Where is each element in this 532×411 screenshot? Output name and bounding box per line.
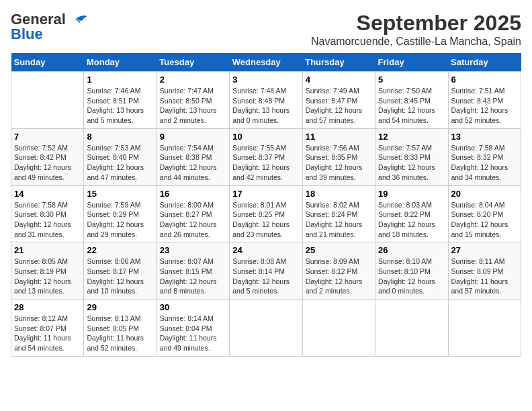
day-info: Sunrise: 7:46 AM Sunset: 8:51 PM Dayligh… (87, 87, 144, 124)
day-info: Sunrise: 8:04 AM Sunset: 8:20 PM Dayligh… (451, 201, 508, 238)
calendar-cell: 13Sunrise: 7:58 AM Sunset: 8:32 PM Dayli… (448, 128, 521, 185)
day-number: 18 (306, 189, 372, 199)
logo-text-blue: Blue (11, 26, 43, 43)
day-number: 22 (87, 245, 153, 255)
day-number: 7 (14, 132, 81, 142)
calendar-cell: 16Sunrise: 8:00 AM Sunset: 8:27 PM Dayli… (157, 185, 229, 242)
day-number: 14 (14, 189, 81, 199)
calendar-cell (230, 300, 302, 357)
week-row-1: 1Sunrise: 7:46 AM Sunset: 8:51 PM Daylig… (11, 72, 521, 129)
day-info: Sunrise: 8:00 AM Sunset: 8:27 PM Dayligh… (160, 201, 217, 238)
calendar-cell: 30Sunrise: 8:14 AM Sunset: 8:04 PM Dayli… (157, 300, 229, 357)
day-info: Sunrise: 8:02 AM Sunset: 8:24 PM Dayligh… (306, 201, 363, 238)
calendar-title: September 2025 (311, 11, 521, 36)
day-info: Sunrise: 7:51 AM Sunset: 8:43 PM Dayligh… (451, 87, 508, 124)
day-info: Sunrise: 7:48 AM Sunset: 8:48 PM Dayligh… (232, 87, 290, 124)
calendar-cell: 26Sunrise: 8:10 AM Sunset: 8:10 PM Dayli… (375, 242, 448, 300)
col-header-saturday: Saturday (448, 53, 521, 72)
calendar-cell: 19Sunrise: 8:03 AM Sunset: 8:22 PM Dayli… (375, 185, 448, 242)
week-row-4: 21Sunrise: 8:05 AM Sunset: 8:19 PM Dayli… (11, 242, 521, 300)
calendar-cell: 1Sunrise: 7:46 AM Sunset: 8:51 PM Daylig… (84, 72, 157, 129)
week-row-5: 28Sunrise: 8:12 AM Sunset: 8:07 PM Dayli… (11, 300, 521, 357)
day-info: Sunrise: 8:09 AM Sunset: 8:12 PM Dayligh… (306, 257, 363, 295)
calendar-cell (11, 72, 84, 129)
calendar-cell: 3Sunrise: 7:48 AM Sunset: 8:48 PM Daylig… (230, 72, 302, 129)
calendar-cell: 7Sunrise: 7:52 AM Sunset: 8:42 PM Daylig… (11, 128, 84, 185)
day-info: Sunrise: 7:50 AM Sunset: 8:45 PM Dayligh… (378, 87, 435, 124)
calendar-cell (302, 300, 375, 357)
day-info: Sunrise: 8:05 AM Sunset: 8:19 PM Dayligh… (14, 257, 71, 295)
calendar-cell: 25Sunrise: 8:09 AM Sunset: 8:12 PM Dayli… (302, 242, 375, 300)
calendar-cell: 14Sunrise: 7:58 AM Sunset: 8:30 PM Dayli… (11, 185, 84, 242)
day-info: Sunrise: 7:57 AM Sunset: 8:33 PM Dayligh… (378, 144, 435, 181)
day-info: Sunrise: 7:59 AM Sunset: 8:29 PM Dayligh… (87, 201, 144, 238)
day-number: 2 (160, 75, 226, 85)
day-info: Sunrise: 8:12 AM Sunset: 8:07 PM Dayligh… (14, 314, 71, 352)
col-header-sunday: Sunday (11, 53, 84, 72)
day-info: Sunrise: 7:54 AM Sunset: 8:38 PM Dayligh… (160, 144, 217, 181)
day-info: Sunrise: 8:07 AM Sunset: 8:15 PM Dayligh… (160, 257, 217, 295)
day-info: Sunrise: 7:58 AM Sunset: 8:32 PM Dayligh… (451, 144, 508, 181)
day-number: 13 (451, 132, 518, 142)
page-header: General Blue September 2025 Navamorcuend… (11, 11, 521, 48)
calendar-cell: 2Sunrise: 7:47 AM Sunset: 8:50 PM Daylig… (157, 72, 229, 129)
day-number: 27 (451, 245, 518, 255)
day-number: 30 (160, 302, 226, 312)
calendar-cell: 10Sunrise: 7:55 AM Sunset: 8:37 PM Dayli… (230, 128, 302, 185)
col-header-monday: Monday (84, 53, 157, 72)
logo: General Blue (11, 11, 89, 43)
col-header-thursday: Thursday (302, 53, 375, 72)
day-info: Sunrise: 8:08 AM Sunset: 8:14 PM Dayligh… (232, 257, 290, 295)
day-number: 28 (14, 302, 81, 312)
day-info: Sunrise: 7:58 AM Sunset: 8:30 PM Dayligh… (14, 201, 71, 238)
day-info: Sunrise: 7:49 AM Sunset: 8:47 PM Dayligh… (306, 87, 363, 124)
week-row-2: 7Sunrise: 7:52 AM Sunset: 8:42 PM Daylig… (11, 128, 521, 185)
col-header-friday: Friday (375, 53, 448, 72)
day-info: Sunrise: 8:10 AM Sunset: 8:10 PM Dayligh… (378, 257, 435, 295)
calendar-subtitle: Navamorcuende, Castille-La Mancha, Spain (311, 36, 521, 48)
day-info: Sunrise: 7:56 AM Sunset: 8:35 PM Dayligh… (306, 144, 363, 181)
calendar-cell (448, 300, 521, 357)
calendar-cell: 29Sunrise: 8:13 AM Sunset: 8:05 PM Dayli… (84, 300, 157, 357)
day-info: Sunrise: 8:14 AM Sunset: 8:04 PM Dayligh… (160, 314, 217, 352)
day-number: 15 (87, 189, 153, 199)
calendar-cell: 28Sunrise: 8:12 AM Sunset: 8:07 PM Dayli… (11, 300, 84, 357)
calendar-cell: 11Sunrise: 7:56 AM Sunset: 8:35 PM Dayli… (302, 128, 375, 185)
week-row-3: 14Sunrise: 7:58 AM Sunset: 8:30 PM Dayli… (11, 185, 521, 242)
calendar-cell: 9Sunrise: 7:54 AM Sunset: 8:38 PM Daylig… (157, 128, 229, 185)
calendar-cell: 20Sunrise: 8:04 AM Sunset: 8:20 PM Dayli… (448, 185, 521, 242)
calendar-cell (375, 300, 448, 357)
day-info: Sunrise: 7:52 AM Sunset: 8:42 PM Dayligh… (14, 144, 71, 181)
day-info: Sunrise: 8:01 AM Sunset: 8:25 PM Dayligh… (232, 201, 290, 238)
day-number: 9 (160, 132, 226, 142)
day-number: 4 (306, 75, 372, 85)
day-number: 12 (378, 132, 445, 142)
calendar-cell: 22Sunrise: 8:06 AM Sunset: 8:17 PM Dayli… (84, 242, 157, 300)
day-info: Sunrise: 8:06 AM Sunset: 8:17 PM Dayligh… (87, 257, 144, 295)
calendar-cell: 4Sunrise: 7:49 AM Sunset: 8:47 PM Daylig… (302, 72, 375, 129)
logo-bird-icon (69, 13, 89, 26)
day-number: 5 (378, 75, 445, 85)
day-number: 17 (232, 189, 299, 199)
day-number: 11 (306, 132, 372, 142)
day-number: 1 (87, 75, 153, 85)
calendar-cell: 27Sunrise: 8:11 AM Sunset: 8:09 PM Dayli… (448, 242, 521, 300)
day-number: 25 (306, 245, 372, 255)
calendar-cell: 23Sunrise: 8:07 AM Sunset: 8:15 PM Dayli… (157, 242, 229, 300)
col-header-tuesday: Tuesday (157, 53, 229, 72)
calendar-cell: 24Sunrise: 8:08 AM Sunset: 8:14 PM Dayli… (230, 242, 302, 300)
calendar-cell: 17Sunrise: 8:01 AM Sunset: 8:25 PM Dayli… (230, 185, 302, 242)
day-number: 21 (14, 245, 81, 255)
calendar-header-row: SundayMondayTuesdayWednesdayThursdayFrid… (11, 53, 521, 72)
calendar-cell: 5Sunrise: 7:50 AM Sunset: 8:45 PM Daylig… (375, 72, 448, 129)
day-info: Sunrise: 8:13 AM Sunset: 8:05 PM Dayligh… (87, 314, 144, 352)
calendar-cell: 18Sunrise: 8:02 AM Sunset: 8:24 PM Dayli… (302, 185, 375, 242)
day-number: 29 (87, 302, 153, 312)
day-number: 8 (87, 132, 153, 142)
day-info: Sunrise: 7:55 AM Sunset: 8:37 PM Dayligh… (232, 144, 290, 181)
day-number: 20 (451, 189, 518, 199)
calendar-cell: 15Sunrise: 7:59 AM Sunset: 8:29 PM Dayli… (84, 185, 157, 242)
calendar-cell: 21Sunrise: 8:05 AM Sunset: 8:19 PM Dayli… (11, 242, 84, 300)
day-number: 10 (232, 132, 299, 142)
day-number: 16 (160, 189, 226, 199)
